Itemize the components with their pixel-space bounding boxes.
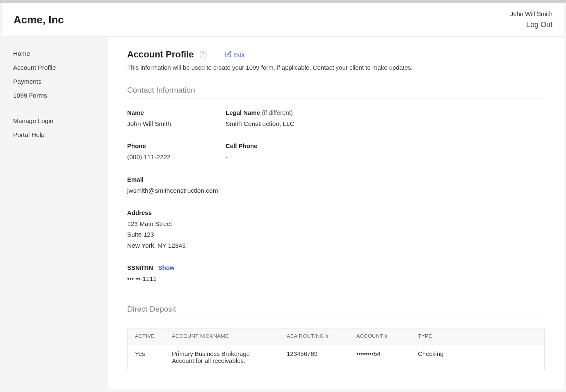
sidebar-item-1099-forms[interactable]: 1099 Forms [13, 89, 107, 103]
sidebar-item-portal-help[interactable]: Portal Help [13, 128, 107, 142]
cell-type: Checking [411, 344, 544, 370]
ssn-label-row: SSN/ITIN Show [127, 264, 545, 271]
cell-routing: 123456789 [279, 344, 349, 370]
content: Account Profile ? Edit This information … [107, 37, 564, 390]
col-header-type: TYPE [411, 328, 544, 344]
ssn-label: SSN/ITIN [127, 264, 153, 271]
email-label: Email [127, 176, 545, 183]
header-right: John Will Smith Log Out [510, 10, 552, 29]
cell-active: Yes [128, 344, 164, 370]
legal-name-label: Legal Name (if different) [226, 109, 545, 116]
table-row: Yes Primary Business Brokerage Account f… [128, 344, 544, 370]
sidebar-item-account-profile[interactable]: Account Profile [13, 61, 107, 75]
legal-name-hint: (if different) [262, 109, 293, 116]
name-label: Name [127, 109, 226, 116]
deposit-table-wrapper: ACTIVE ACCOUNT NICKNAME ABA ROUTING # AC… [127, 328, 545, 370]
legal-name-label-text: Legal Name [226, 109, 260, 116]
ssn-value: •••-••-1111 [127, 273, 545, 284]
field-address: Address 123 Main Street Suite 123 New Yo… [127, 209, 545, 251]
sidebar-group-secondary: Manage Login Portal Help [13, 114, 107, 142]
sidebar-item-manage-login[interactable]: Manage Login [13, 114, 107, 128]
email-value: jwsmith@smithconstruction.com [127, 185, 545, 196]
sidebar-item-home[interactable]: Home [13, 47, 107, 61]
page-subtitle: This information will be used to create … [127, 64, 545, 71]
edit-label: Edit [234, 51, 245, 58]
table-header-row: ACTIVE ACCOUNT NICKNAME ABA ROUTING # AC… [128, 328, 544, 344]
col-header-account: ACCOUNT # [349, 328, 411, 344]
ssn-show-link[interactable]: Show [158, 264, 175, 271]
col-header-nickname: ACCOUNT NICKNAME [164, 328, 279, 344]
address-line1: 123 Main Street [127, 219, 545, 229]
company-name: Acme, Inc [14, 14, 64, 26]
field-legal-name: Legal Name (if different) Smith Construc… [226, 109, 545, 129]
page-header: Account Profile ? Edit [127, 49, 545, 60]
col-header-routing: ABA ROUTING # [279, 328, 349, 344]
help-icon[interactable]: ? [200, 51, 207, 58]
address-line3: New York, NY 12345 [127, 240, 545, 251]
sidebar-group-main: Home Account Profile Payments 1099 Forms [13, 47, 107, 103]
address-label: Address [127, 209, 545, 216]
page-title: Account Profile [127, 49, 194, 60]
cell-nickname: Primary Business Brokerage Account for a… [164, 344, 279, 370]
field-cell-phone: Cell Phone - [226, 142, 545, 162]
legal-name-value: Smith Construction, LLC [226, 119, 545, 129]
address-line2: Suite 123 [127, 229, 545, 240]
cell-phone-label: Cell Phone [226, 142, 545, 149]
sidebar-item-payments[interactable]: Payments [13, 75, 107, 89]
edit-link[interactable]: Edit [225, 51, 245, 59]
col-header-active: ACTIVE [128, 328, 164, 344]
sidebar: Home Account Profile Payments 1099 Forms… [2, 37, 107, 390]
deposit-table: ACTIVE ACCOUNT NICKNAME ABA ROUTING # AC… [128, 328, 544, 370]
phone-label: Phone [127, 142, 226, 149]
top-strip [0, 0, 566, 3]
header: Acme, Inc John Will Smith Log Out [2, 3, 564, 37]
field-phone: Phone (000) 111-2222 [127, 142, 226, 162]
edit-icon [225, 51, 232, 59]
contact-section-title: Contact Information [127, 86, 545, 98]
deposit-section-title: Direct Deposit [127, 305, 545, 317]
field-email: Email jwsmith@smithconstruction.com [127, 176, 545, 196]
field-ssn: SSN/ITIN Show •••-••-1111 [127, 264, 545, 284]
main-container: Home Account Profile Payments 1099 Forms… [2, 37, 564, 390]
field-name: Name John Will Smith [127, 109, 226, 129]
cell-phone-value: - [226, 152, 545, 162]
address-value: 123 Main Street Suite 123 New York, NY 1… [127, 219, 545, 251]
cell-account: ••••••••54 [349, 344, 411, 370]
phone-value: (000) 111-2222 [127, 152, 226, 162]
contact-info-grid: Name John Will Smith Legal Name (if diff… [127, 109, 545, 284]
logout-link[interactable]: Log Out [510, 21, 552, 29]
header-user-name: John Will Smith [510, 10, 552, 17]
name-value: John Will Smith [127, 119, 226, 129]
